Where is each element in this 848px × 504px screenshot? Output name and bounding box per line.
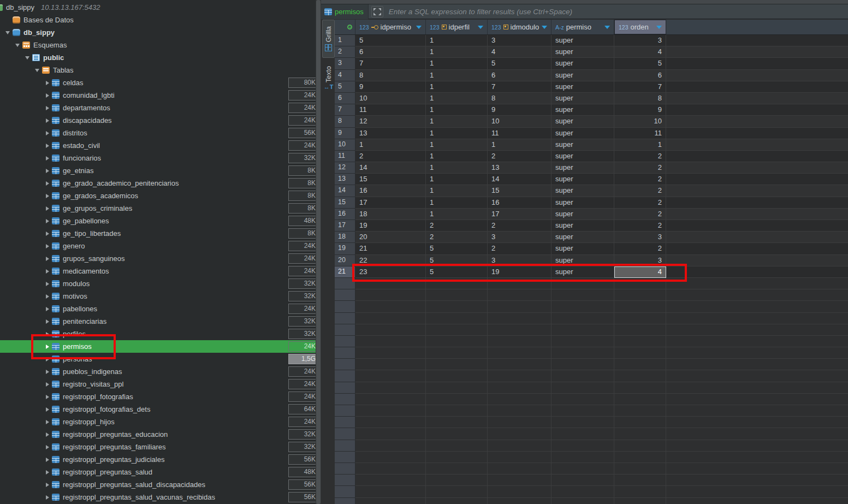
tree-item-registroppl_preguntas_salud_vacunas_recibidas[interactable]: registroppl_preguntas_salud_vacunas_reci… xyxy=(0,491,316,503)
row-number-15[interactable]: 15 xyxy=(335,197,355,209)
cell-idperfil-row9[interactable]: 1 xyxy=(426,128,488,139)
cell-idperfil-row15[interactable]: 1 xyxy=(426,197,488,209)
cell-permiso-row1[interactable]: super xyxy=(552,35,614,46)
tree-item-genero[interactable]: genero24K xyxy=(0,240,316,252)
cell-orden-row20[interactable]: 3 xyxy=(614,255,666,266)
tree-item-discapacidades[interactable]: discapacidades24K xyxy=(0,114,316,127)
row-number-1[interactable]: 1 xyxy=(335,35,355,46)
row-number-18[interactable]: 18 xyxy=(335,232,355,243)
cell-idmodulo-row19[interactable]: 2 xyxy=(488,243,552,254)
row-number-2[interactable]: 2 xyxy=(335,46,355,58)
column-header-permiso[interactable]: A-zpermiso xyxy=(552,20,614,34)
tree-item-ge_etnias[interactable]: ge_etnias8K xyxy=(0,164,316,177)
cell-idperfil-row8[interactable]: 1 xyxy=(426,116,488,127)
tab-grilla[interactable]: Grilla xyxy=(322,20,335,58)
cell-idpermiso-row6[interactable]: 10 xyxy=(355,93,426,104)
cell-permiso-row18[interactable]: super xyxy=(552,232,614,243)
row-number-13[interactable]: 13 xyxy=(335,174,355,185)
tree-item-tablas[interactable]: Tablas xyxy=(0,64,316,76)
cell-orden-row12[interactable]: 2 xyxy=(614,162,666,174)
row-number-20[interactable]: 20 xyxy=(335,255,355,266)
tree-item-registroppl_preguntas_judiciales[interactable]: registroppl_preguntas_judiciales56K xyxy=(0,453,316,466)
tree-item-pabellones[interactable]: pabellones24K xyxy=(0,303,316,315)
cell-orden-row19[interactable]: 2 xyxy=(614,243,666,254)
cell-permiso-row5[interactable]: super xyxy=(552,81,614,93)
cell-idmodulo-row7[interactable]: 9 xyxy=(488,104,552,116)
tree-item-departamentos[interactable]: departamentos24K xyxy=(0,102,316,114)
cell-idperfil-row4[interactable]: 1 xyxy=(426,70,488,81)
cell-idmodulo-row6[interactable]: 8 xyxy=(488,93,552,104)
column-dropdown-icon[interactable] xyxy=(542,26,547,29)
tree-item-registroppl_hijos[interactable]: registroppl_hijos24K xyxy=(0,416,316,428)
cell-permiso-row21[interactable]: super xyxy=(552,266,614,278)
expand-arrow-icon[interactable] xyxy=(44,217,51,224)
expand-arrow-icon[interactable] xyxy=(44,167,51,174)
cell-idmodulo-row4[interactable]: 6 xyxy=(488,70,552,81)
expand-arrow-icon[interactable] xyxy=(44,381,51,388)
tree-item-personas[interactable]: personas1,5G xyxy=(0,353,316,365)
tree-item-celdas[interactable]: celdas80K xyxy=(0,76,316,89)
expand-arrow-icon[interactable] xyxy=(44,343,51,350)
cell-orden-row13[interactable]: 2 xyxy=(614,174,666,185)
cell-idperfil-row3[interactable]: 1 xyxy=(426,58,488,69)
cell-idmodulo-row16[interactable]: 17 xyxy=(488,209,552,220)
row-number-9[interactable]: 9 xyxy=(335,128,355,139)
tree-scrollbar-thumb[interactable] xyxy=(316,0,321,504)
cell-idperfil-row19[interactable]: 5 xyxy=(426,243,488,254)
tree-item-modulos[interactable]: modulos32K xyxy=(0,277,316,290)
cell-idpermiso-row5[interactable]: 9 xyxy=(355,81,426,93)
cell-idperfil-row7[interactable]: 1 xyxy=(426,104,488,116)
cell-idperfil-row1[interactable]: 1 xyxy=(426,35,488,46)
tree-item-registroppl_preguntas_salud_discapacidades[interactable]: registroppl_preguntas_salud_discapacidad… xyxy=(0,478,316,491)
cell-idpermiso-row14[interactable]: 16 xyxy=(355,185,426,197)
cell-idperfil-row12[interactable]: 1 xyxy=(426,162,488,174)
tree-item-db_sippy[interactable]: db_sippy xyxy=(0,26,316,39)
row-number-4[interactable]: 4 xyxy=(335,70,355,81)
row-number-16[interactable]: 16 xyxy=(335,209,355,220)
cell-orden-row16[interactable]: 2 xyxy=(614,209,666,220)
row-number-21[interactable]: 21 xyxy=(335,266,355,278)
cell-orden-row15[interactable]: 2 xyxy=(614,197,666,209)
expand-arrow-icon[interactable] xyxy=(44,104,51,111)
cell-idperfil-row5[interactable]: 1 xyxy=(426,81,488,93)
cell-idmodulo-row12[interactable]: 13 xyxy=(488,162,552,174)
tree-item-registroppl_preguntas_salud[interactable]: registroppl_preguntas_salud48K xyxy=(0,466,316,478)
tree-item-registroppl_fotografias_dets[interactable]: registroppl_fotografias_dets64K xyxy=(0,403,316,416)
cell-orden-row10[interactable]: 1 xyxy=(614,139,666,151)
cell-idpermiso-row4[interactable]: 8 xyxy=(355,70,426,81)
cell-idpermiso-row8[interactable]: 12 xyxy=(355,116,426,127)
row-number-17[interactable]: 17 xyxy=(335,220,355,232)
cell-idpermiso-row18[interactable]: 20 xyxy=(355,232,426,243)
cell-idmodulo-row20[interactable]: 3 xyxy=(488,255,552,266)
expand-arrow-icon[interactable] xyxy=(44,406,51,413)
tree-item-esquemas[interactable]: Esquemas xyxy=(0,39,316,51)
cell-idpermiso-row21[interactable]: 23 xyxy=(355,266,426,278)
cell-idpermiso-row9[interactable]: 13 xyxy=(355,128,426,139)
expand-arrow-icon[interactable] xyxy=(44,443,51,450)
expand-arrow-icon[interactable] xyxy=(44,431,51,438)
expand-arrow-icon[interactable] xyxy=(44,180,51,187)
tree-item-comunidad_lgbti[interactable]: comunidad_lgbti24K xyxy=(0,89,316,102)
cell-permiso-row17[interactable]: super xyxy=(552,220,614,232)
cell-idmodulo-row21[interactable]: 19 xyxy=(488,266,552,278)
tree-item-ge_grado_academico_penitenciarios[interactable]: ge_grado_academico_penitenciarios8K xyxy=(0,177,316,189)
expand-arrow-icon[interactable] xyxy=(44,305,51,312)
cell-idmodulo-row2[interactable]: 4 xyxy=(488,46,552,58)
cell-permiso-row13[interactable]: super xyxy=(552,174,614,185)
tree-item-motivos[interactable]: motivos32K xyxy=(0,290,316,303)
cell-orden-row7[interactable]: 9 xyxy=(614,104,666,116)
cell-orden-row2[interactable]: 4 xyxy=(614,46,666,58)
tree-item-registroppl_preguntas_familiares[interactable]: registroppl_preguntas_familiares32K xyxy=(0,441,316,453)
cell-idperfil-row13[interactable]: 1 xyxy=(426,174,488,185)
expand-arrow-icon[interactable] xyxy=(44,469,51,476)
tree-item-penitenciarias[interactable]: penitenciarias32K xyxy=(0,315,316,328)
expand-arrow-icon[interactable] xyxy=(44,192,51,199)
tree-scrollbar[interactable] xyxy=(316,0,321,504)
cell-idperfil-row16[interactable]: 1 xyxy=(426,209,488,220)
cell-idperfil-row21[interactable]: 5 xyxy=(426,266,488,278)
expand-arrow-icon[interactable] xyxy=(44,268,51,275)
cell-idpermiso-row3[interactable]: 7 xyxy=(355,58,426,69)
cell-permiso-row12[interactable]: super xyxy=(552,162,614,174)
collapse-arrow-icon[interactable] xyxy=(34,67,41,74)
expand-arrow-icon[interactable] xyxy=(44,393,51,400)
